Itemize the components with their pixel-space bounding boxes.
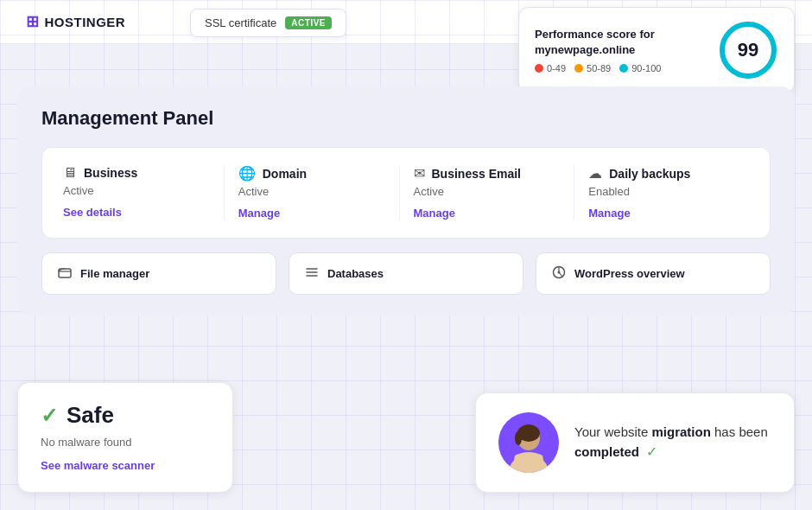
migration-keyword: migration [652,424,711,439]
legend-item-mid: 50-89 [574,63,611,73]
email-link[interactable]: Manage [414,207,455,220]
service-business: 🖥 Business Active See details [63,165,225,220]
score-number: 99 [738,39,758,61]
databases-label: Databases [327,267,384,280]
panel-title: Management Panel [41,107,771,130]
perf-title: Performance score for mynewpage.online [535,27,704,58]
legend-dot-mid [574,64,583,73]
databases-button[interactable]: Databases [289,252,523,295]
perf-legend: 0-49 50-89 90-100 [535,63,704,73]
safe-card: ✓ Safe No malware found See malware scan… [17,382,233,493]
backup-link[interactable]: Manage [588,207,630,220]
file-manager-button[interactable]: File manager [41,252,276,295]
email-name: Business Email [432,167,522,181]
legend-label-high: 90-100 [631,63,661,73]
migration-status: completed [574,444,639,459]
business-link[interactable]: See details [63,206,122,219]
backup-icon: ☁ [588,165,602,182]
wordpress-button[interactable]: WordPress overview [536,252,771,295]
migration-middle: has been [711,424,768,439]
avatar [498,412,559,473]
legend-item-low: 0-49 [535,63,566,73]
performance-card: Performance score for mynewpage.online 0… [518,7,795,93]
malware-scanner-link[interactable]: See malware scanner [41,459,155,472]
backup-status: Enabled [588,185,735,198]
panel-area: Management Panel 🖥 Business Active See d… [17,86,795,316]
wordpress-label: WordPress overview [574,267,685,280]
migration-text: Your website migration has been complete… [574,423,771,463]
business-name: Business [84,166,137,180]
safe-header: ✓ Safe [41,402,210,429]
safe-description: No malware found [41,436,210,449]
quick-links: File manager Databases [41,252,771,295]
ssl-label: SSL certificate [205,16,276,29]
legend-dot-low [535,64,543,73]
email-status: Active [414,185,561,198]
safe-check-icon: ✓ [41,404,58,428]
services-card: 🖥 Business Active See details 🌐 Domain A… [41,147,771,239]
perf-info: Performance score for mynewpage.online 0… [535,27,704,73]
migration-prefix: Your website [574,424,652,439]
domain-name: Domain [263,167,307,181]
ssl-status: ACTIVE [285,16,332,29]
databases-icon [305,265,319,282]
service-email-header: ✉ Business Email [414,165,561,182]
svg-point-12 [515,431,522,445]
file-manager-label: File manager [80,267,149,280]
domain-icon: 🌐 [238,165,256,182]
backup-name: Daily backups [609,167,690,181]
main-container: ⊞ HOSTINGER SSL certificate ACTIVE Perfo… [0,0,812,510]
service-domain-header: 🌐 Domain [238,165,385,182]
score-circle: 99 [718,20,778,80]
safe-title: Safe [67,402,114,429]
wordpress-icon [552,265,566,282]
service-backup-header: ☁ Daily backups [588,165,735,182]
domain-status: Active [238,185,385,198]
ssl-badge[interactable]: SSL certificate ACTIVE [190,9,346,37]
service-backup: ☁ Daily backups Enabled Manage [574,165,749,220]
migration-card: Your website migration has been complete… [475,392,795,493]
migration-check-icon: ✓ [643,444,657,459]
service-domain: 🌐 Domain Active Manage [225,165,400,220]
business-status: Active [63,184,210,197]
email-icon: ✉ [414,165,425,182]
legend-label-mid: 50-89 [587,63,611,73]
domain-link[interactable]: Manage [238,207,280,220]
legend-dot-high [619,64,628,73]
legend-item-high: 90-100 [619,63,661,73]
service-email: ✉ Business Email Active Manage [400,165,575,220]
file-manager-icon [58,265,72,282]
business-icon: 🖥 [63,165,77,181]
service-business-header: 🖥 Business [63,165,210,181]
legend-label-low: 0-49 [547,63,566,73]
